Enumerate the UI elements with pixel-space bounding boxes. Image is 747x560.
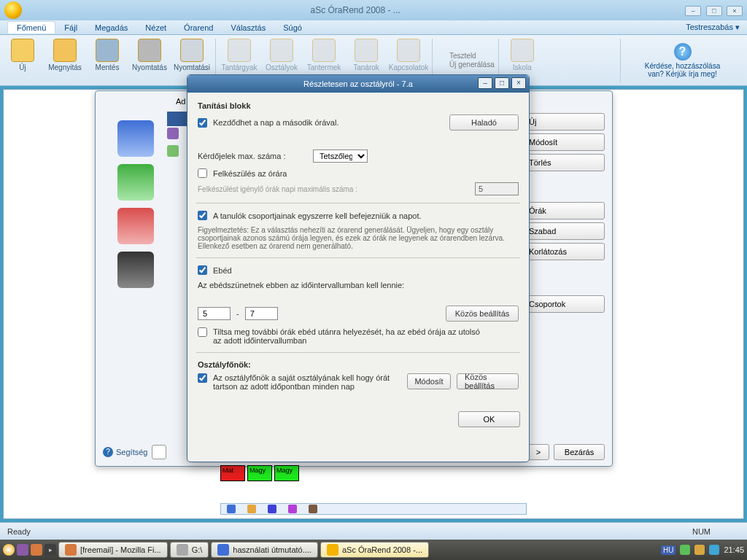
cb-forbid-after-lunch-label: Tiltsa meg további órák ebéd utánra hely… (213, 327, 483, 345)
status-bar: Ready NUM (0, 522, 747, 540)
cb-preparation[interactable] (198, 168, 207, 178)
parent-btn-free[interactable]: Szabad (521, 222, 605, 240)
modal-minimize-button[interactable]: – (478, 77, 492, 89)
section-teaching-block: Tanítási blokk (198, 101, 519, 110)
parent-btn-groups[interactable]: Csoportok (521, 295, 605, 313)
menu-valasztas[interactable]: Választás (222, 22, 274, 34)
lunch-from-input[interactable] (198, 307, 231, 320)
mini-person-icon[interactable] (247, 505, 256, 513)
parent-btn-lessons[interactable]: Órák (521, 202, 605, 219)
mini-toolbar (220, 503, 527, 515)
book-icon[interactable] (117, 120, 154, 157)
quicklaunch-expand-icon[interactable]: ▸ (44, 544, 56, 556)
modal-maximize-button[interactable]: □ (495, 77, 509, 89)
quicklaunch-icon[interactable] (17, 544, 28, 556)
parent-close-button[interactable]: Bezárás (554, 444, 605, 460)
section-class-teacher: Osztályfőnök: (198, 360, 519, 369)
tray-icon[interactable] (680, 545, 690, 555)
tray-icon[interactable] (694, 545, 705, 555)
lunch-to-input[interactable] (245, 307, 278, 320)
menu-bar: Főmenü Fájl Megadás Nézet Órarend Válasz… (0, 20, 747, 35)
window-controls: – □ × (683, 5, 743, 16)
word-icon (217, 544, 229, 556)
task-doc[interactable]: használati útmutató.... (211, 542, 318, 558)
task-drive-g[interactable]: G:\ (170, 542, 209, 558)
parent-small-button[interactable] (152, 445, 166, 459)
customize-link[interactable]: Testreszabás ▾ (686, 23, 740, 32)
menu-fajl[interactable]: Fájl (55, 22, 86, 34)
cb-groups-finish[interactable] (198, 211, 207, 220)
cb-start-second-label: Kezdődhet a nap a második órával. (213, 118, 444, 127)
ribbon-generate: Új generálása (436, 61, 495, 69)
ribbon-print[interactable]: Nyomtatás (130, 37, 169, 83)
lesson-chip-magy[interactable]: Magy (247, 465, 272, 481)
modal-close-button[interactable]: × (511, 77, 526, 89)
mini-hat-icon[interactable] (268, 505, 276, 513)
lunch-desc: Az ebédszünetnek ebben az időintervallum… (198, 281, 519, 289)
task-freemail[interactable]: [freemail] - Mozilla Fi... (58, 542, 168, 558)
lunch-common-button[interactable]: Közös beállítás (446, 306, 519, 322)
ribbon-open[interactable]: Megnyitás (45, 37, 85, 83)
teacher-common-button[interactable]: Közös beállítás (457, 373, 519, 389)
ribbon-help-box[interactable]: ? Kérdése, hozzászólása van? Kérjük írja… (620, 39, 744, 82)
cb-class-teacher[interactable] (198, 373, 207, 383)
modal-title: Részletesen az osztályról - 7.a (303, 79, 413, 88)
qmarks-label: Kérdőjelek max. száma : (198, 152, 307, 160)
modal-ok-button[interactable]: OK (458, 411, 520, 427)
parent-btn-new[interactable]: Új (521, 113, 605, 131)
house-icon[interactable] (117, 208, 154, 244)
mini-book-icon[interactable] (227, 505, 236, 513)
parent-selected-row[interactable] (167, 112, 189, 126)
help-icon: ? (674, 43, 692, 61)
status-num: NUM (692, 527, 711, 536)
mini-desk-icon[interactable] (309, 505, 317, 513)
asc-icon (327, 544, 338, 556)
close-button[interactable]: × (727, 6, 743, 16)
cb-lunch[interactable] (198, 265, 207, 275)
app-orb-icon[interactable] (4, 1, 22, 19)
parent-btn-delete[interactable]: Törlés (521, 154, 605, 171)
parent-help-link[interactable]: ? Segítség (103, 447, 147, 457)
cb-start-second[interactable] (198, 118, 207, 128)
ribbon-new[interactable]: Új (3, 37, 42, 83)
parent-btn-constraint[interactable]: Korlátozás (521, 243, 605, 260)
people-icon[interactable] (117, 164, 154, 201)
teacher-icon[interactable] (117, 252, 154, 288)
wizard-side-icons (107, 113, 165, 295)
ribbon-test: Teszteld (436, 52, 495, 60)
title-bar: aSc ÓraRend 2008 - ... – □ × (0, 0, 747, 20)
firefox-icon (65, 544, 77, 556)
qmarks-select[interactable]: Tetszőlege (313, 149, 368, 163)
lang-indicator[interactable]: HU (661, 545, 676, 555)
quicklaunch-icon[interactable] (31, 544, 42, 556)
parent-btn-modify[interactable]: Módosít (521, 133, 605, 151)
teacher-modify-button[interactable]: Módosít (407, 373, 451, 389)
menu-megadas[interactable]: Megadás (86, 22, 136, 34)
class-color-icon (167, 145, 179, 157)
minimize-button[interactable]: – (685, 6, 701, 16)
advanced-button[interactable]: Haladó (449, 114, 519, 131)
menu-nezet[interactable]: Nézet (136, 22, 175, 34)
menu-sugo[interactable]: Súgó (274, 22, 311, 34)
help-icon: ? (103, 447, 113, 457)
task-asc[interactable]: aSc ÓraRend 2008 -... (320, 542, 429, 558)
maximize-button[interactable]: □ (706, 6, 722, 16)
cb-forbid-after-lunch[interactable] (198, 327, 207, 337)
tray-clock[interactable]: 21:45 (724, 545, 744, 554)
os-taskbar: ▸ [freemail] - Mozilla Fi... G:\ használ… (0, 540, 747, 560)
lesson-chip-magy2[interactable]: Magy (274, 465, 299, 481)
parent-label-ad: Ad (176, 97, 185, 106)
menu-fomenu[interactable]: Főmenü (7, 21, 55, 34)
tray-icon[interactable] (709, 545, 719, 555)
lesson-chip-mat[interactable]: Mat (220, 465, 245, 481)
drive-icon (177, 544, 188, 556)
lesson-strip: Mat Magy Magy (220, 465, 527, 509)
mini-diamond-icon[interactable] (288, 505, 297, 513)
cb-lunch-label: Ebéd (213, 266, 232, 275)
menu-orarend[interactable]: Órarend (175, 22, 222, 34)
start-button[interactable] (3, 544, 15, 556)
cb-class-teacher-label: Az osztályfőnök a saját osztályának kell… (213, 373, 395, 391)
ribbon-save[interactable]: Mentés (88, 37, 127, 83)
modal-title-bar: Részletesen az osztályról - 7.a – □ × (187, 75, 529, 93)
parent-next-button[interactable]: > (527, 444, 549, 460)
